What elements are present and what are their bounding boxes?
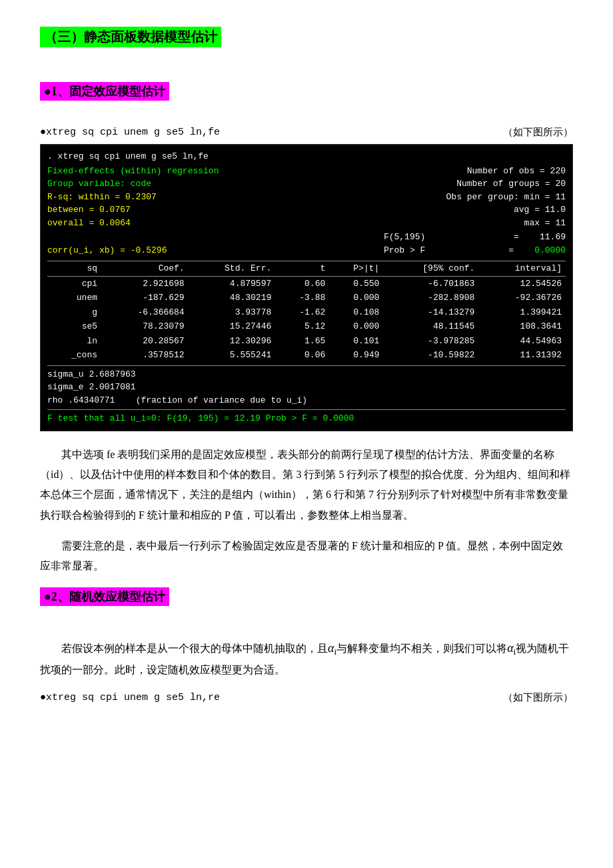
terminal-line5-left: overall = 0.0064 [47,217,131,230]
terminal-line2-left: Group variable: code [47,177,151,191]
command2-text: ●xtreg sq cpi unem g se5 ln,re [40,692,220,703]
alpha2: α [507,641,513,655]
terminal-cmd: . xtreg sq cpi unem g se5 ln,fe [47,150,566,163]
table-row: cpi2.9216984.8795970.600.550-6.70186312.… [47,276,566,291]
section-title: （三）静态面板数据模型估计 [40,27,221,47]
subsection1-title: ●1、固定效应模型估计 [40,82,169,101]
command1-note: （如下图所示） [503,126,573,139]
col-t: t [275,261,329,277]
col-ci-high: interval] [478,261,566,277]
para3-text2: 与解释变量均不相关，则我们可以将 [336,643,507,654]
terminal-line2-right: Number of groups = 20 [456,177,566,191]
table-header-row: sq Coef. Std. Err. t P>|t| [95% conf. in… [47,261,566,277]
table-row: g-6.3666843.93778-1.620.108-14.132791.39… [47,305,566,320]
table-row: unem-187.62948.30219-3.880.000-282.8908-… [47,291,566,305]
rho-row: rho .64340771 (fraction of variance due … [47,394,566,407]
terminal-f-row: F(5,195) = 11.69 [384,231,566,244]
terminal-block-1: . xtreg sq cpi unem g se5 ln,fe Fixed-ef… [40,144,573,431]
col-ci-low: [95% conf. [383,261,478,277]
table-row: _cons.35785125.5552410.060.949-10.598221… [47,348,566,363]
section-title-container: （三）静态面板数据模型估计 [40,27,573,63]
subsection2-wrapper: ●2、随机效应模型估计 [40,587,573,618]
command1-line: ●xtreg sq cpi unem g se5 ln,fe （如下图所示） [40,126,573,139]
col-p: P>|t| [329,261,383,277]
table-row: ln20.2856712.302961.650.101-3.97828544.5… [47,334,566,349]
paragraph3: 若假设本例的样本是从一个很大的母体中随机抽取的，且αi与解释变量均不相关，则我们… [40,637,573,681]
col-sq: sq [47,261,101,277]
subsection2-title: ●2、随机效应模型估计 [40,587,169,606]
col-se: Std. Err. [189,261,276,277]
terminal-line4-right: avg = 11.0 [514,203,566,217]
terminal-prob: Prob > F = 0.0000 [384,244,566,257]
command1-text: ●xtreg sq cpi unem g se5 ln,fe [40,127,220,138]
command2-note: （如下图所示） [503,691,573,704]
col-coef: Coef. [101,261,189,277]
terminal-line3-right: Obs per group: min = 11 [446,191,566,204]
terminal-line3-left: R-sq: within = 0.2307 [47,191,157,204]
table-row: se578.2307915.274465.120.00048.11545108.… [47,319,566,334]
subsection1-container: ●1、固定效应模型估计 [40,82,573,113]
ftest-row: F test that all u_i=0: F(19, 195) = 12.1… [47,413,354,423]
command2-line: ●xtreg sq cpi unem g se5 ln,re （如下图所示） [40,691,573,704]
sigma-e-row: sigma_e 2.0017081 [47,381,566,394]
terminal-line1-left: Fixed-effects (within) regression [47,165,219,178]
paragraph2: 需要注意的是，表中最后一行列示了检验固定效应是否显著的 F 统计量和相应的 P … [40,536,573,577]
paragraph1: 其中选项 fe 表明我们采用的是固定效应模型，表头部分的前两行呈现了模型的估计方… [40,445,573,526]
regression-table: sq Coef. Std. Err. t P>|t| [95% conf. in… [47,261,566,363]
terminal-line1-right: Number of obs = 220 [467,165,566,178]
sigma-u-row: sigma_u 2.6887963 [47,368,566,381]
para3-text1: 若假设本例的样本是从一个很大的母体中随机抽取的，且 [61,643,328,654]
terminal-line5-right: max = 11 [524,217,566,230]
terminal-corr: corr(u_i, xb) = -0.5296 [47,244,167,257]
terminal-line4-left: between = 0.0767 [47,203,131,217]
